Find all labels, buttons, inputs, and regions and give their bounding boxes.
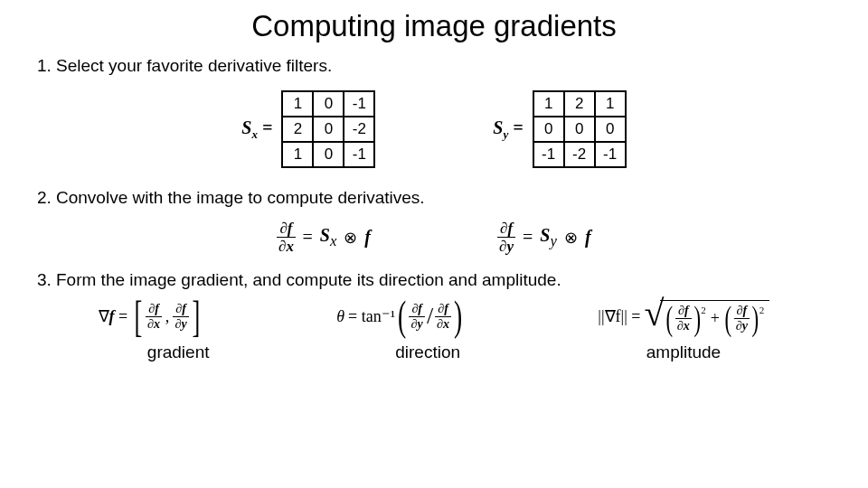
label-direction: direction (395, 343, 460, 362)
dfdy-eq: ∂f ∂y = Sy ⊗ f (497, 221, 591, 254)
amplitude-eq: ||∇f|| = √ ( ∂f ∂x )2 + ( ∂f ∂y )2 (598, 300, 769, 333)
label-amplitude: amplitude (646, 343, 721, 362)
step-3: Form the image gradient, and compute its… (56, 270, 841, 290)
sx-kernel: 10-1 20-2 10-1 (281, 90, 375, 168)
slide-title: Computing image gradients (27, 9, 841, 43)
sy-kernel: 121 000 -1-2-1 (533, 90, 627, 168)
direction-eq: θ = tan⁻¹ ( ∂f ∂y / ∂f ∂x ) (336, 300, 465, 333)
filter-sx-block: Sx = 10-1 20-2 10-1 (241, 90, 375, 168)
filters-row: Sx = 10-1 20-2 10-1 Sy = 121 000 -1-2-1 (27, 90, 841, 168)
step-list: Select your favorite derivative filters. (27, 56, 841, 76)
sy-label: Sy = (493, 117, 523, 142)
dfdx-eq: ∂f ∂x = Sx ⊗ f (277, 221, 371, 254)
label-gradient: gradient (147, 343, 210, 362)
sx-label: Sx = (241, 117, 272, 142)
step-1: Select your favorite derivative filters. (56, 56, 841, 76)
gradient-vector-eq: ∇f = [ ∂f ∂x , ∂f ∂y ] (99, 299, 203, 333)
convolve-row: ∂f ∂x = Sx ⊗ f ∂f ∂y = Sy ⊗ f (27, 221, 841, 254)
bottom-labels: gradient direction amplitude (54, 343, 814, 362)
step-2: Convolve with the image to compute deriv… (56, 188, 841, 208)
gradient-equations: ∇f = [ ∂f ∂x , ∂f ∂y ] θ = tan⁻¹ ( ∂f ∂y… (45, 299, 823, 333)
filter-sy-block: Sy = 121 000 -1-2-1 (493, 90, 626, 168)
